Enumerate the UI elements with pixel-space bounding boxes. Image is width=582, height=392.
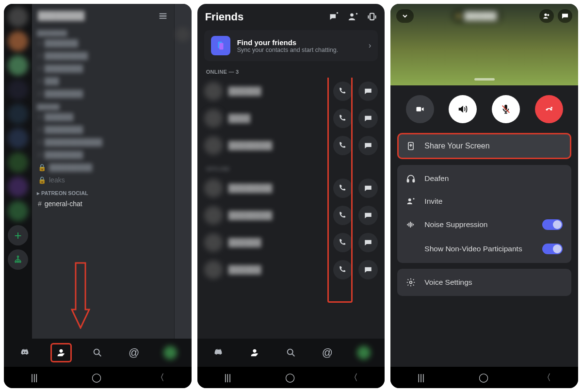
channel-category[interactable]: ██████: [37, 100, 169, 111]
android-recent-icon[interactable]: |||: [418, 373, 424, 383]
channel-category[interactable]: ████████: [37, 26, 169, 37]
svg-point-5: [351, 14, 354, 17]
avatar: [204, 233, 223, 252]
channel-item-locked[interactable]: 🔒 leaks: [37, 174, 169, 186]
nav-friends-icon[interactable]: [50, 343, 72, 362]
guild-item[interactable]: [8, 104, 28, 124]
channel-item[interactable]: #████████████: [37, 136, 169, 148]
share-screen-label: Share Your Screen: [424, 142, 489, 150]
message-button[interactable]: [358, 82, 378, 101]
friend-row[interactable]: ██████: [197, 256, 385, 283]
hamburger-icon[interactable]: [158, 11, 168, 21]
call-button[interactable]: [333, 233, 353, 252]
members-icon[interactable]: [539, 9, 554, 23]
channel-item[interactable]: #██████: [37, 111, 169, 123]
invite-button[interactable]: Invite: [397, 190, 571, 212]
message-button[interactable]: [358, 136, 378, 155]
guild-item[interactable]: [8, 80, 28, 100]
call-button[interactable]: [333, 136, 353, 155]
message-button[interactable]: [358, 179, 378, 198]
guild-item[interactable]: [8, 177, 28, 197]
channel-item[interactable]: #███████: [37, 37, 169, 49]
svg-point-3: [19, 261, 21, 262]
friend-row[interactable]: ██████: [197, 78, 385, 105]
call-button[interactable]: [333, 206, 353, 225]
message-button[interactable]: [358, 260, 378, 279]
nav-mentions-icon[interactable]: @: [317, 343, 338, 362]
find-friends-card[interactable]: Find your friends Sync your contacts and…: [204, 30, 378, 61]
channel-item-locked[interactable]: 🔒 █████████: [37, 161, 169, 174]
svg-point-1: [15, 261, 16, 262]
android-home-icon[interactable]: ◯: [479, 372, 488, 383]
nav-search-icon[interactable]: [87, 343, 108, 362]
channel-item[interactable]: #████████: [37, 123, 169, 136]
channel-item[interactable]: # general-chat: [37, 197, 169, 210]
guild-item[interactable]: [8, 201, 28, 221]
add-friend-icon[interactable]: [348, 12, 358, 22]
call-button[interactable]: [333, 82, 353, 101]
hangup-button[interactable]: [535, 95, 563, 123]
message-button[interactable]: [358, 109, 378, 128]
avatar: [204, 136, 223, 155]
nav-mentions-icon[interactable]: @: [123, 343, 145, 362]
add-server-button[interactable]: +: [8, 225, 28, 245]
noise-toggle[interactable]: [542, 219, 563, 230]
voice-settings-button[interactable]: Voice Settings: [397, 271, 571, 294]
call-button[interactable]: [333, 260, 353, 279]
channel-item[interactable]: #████████: [37, 148, 169, 161]
video-button[interactable]: [406, 95, 434, 123]
noise-suppression-row[interactable]: Noise Suppression: [397, 212, 571, 237]
pinned-avatar[interactable]: [176, 27, 190, 42]
share-screen-button[interactable]: Share Your Screen: [397, 133, 571, 159]
guild-item[interactable]: [8, 128, 28, 148]
android-back-icon[interactable]: 〈: [349, 372, 358, 383]
friend-row[interactable]: ██████: [197, 229, 385, 256]
drag-handle[interactable]: [474, 78, 495, 81]
nonvideo-row[interactable]: Show Non-Video Participants: [397, 237, 571, 261]
nav-discord-icon[interactable]: [14, 343, 35, 362]
mute-button[interactable]: [492, 95, 520, 123]
call-button[interactable]: [333, 179, 353, 198]
gear-icon: [406, 278, 416, 287]
nav-avatar[interactable]: [160, 343, 181, 362]
avatar: [204, 179, 223, 197]
discover-button[interactable]: [8, 249, 28, 270]
nav-friends-icon[interactable]: [244, 343, 265, 362]
nonvideo-toggle[interactable]: [542, 244, 563, 254]
android-home-icon[interactable]: ◯: [92, 372, 101, 383]
screenshot-panel-2: Friends Find your friends Sync your cont…: [197, 4, 385, 388]
guild-item[interactable]: [8, 55, 28, 76]
guild-item[interactable]: [8, 152, 28, 173]
android-back-icon[interactable]: 〈: [542, 372, 551, 383]
minimize-button[interactable]: [396, 9, 414, 23]
avatar: [204, 206, 223, 225]
channel-item[interactable]: #███: [37, 75, 169, 87]
call-button[interactable]: [333, 109, 353, 128]
friend-row[interactable]: ████████: [197, 132, 385, 159]
friend-row[interactable]: ████████: [197, 202, 385, 229]
channel-item[interactable]: #█████████: [37, 49, 169, 62]
deafen-button[interactable]: Deafen: [397, 167, 571, 190]
nonvideo-label: Show Non-Video Participants: [424, 245, 522, 253]
message-button[interactable]: [358, 233, 378, 252]
chat-icon[interactable]: [558, 9, 572, 23]
android-home-icon[interactable]: ◯: [285, 372, 295, 383]
friend-row[interactable]: ████████: [197, 175, 385, 202]
nav-discord-icon[interactable]: [208, 343, 229, 362]
guild-item[interactable]: [8, 7, 28, 27]
channel-item[interactable]: #████████: [37, 87, 169, 100]
speaker-button[interactable]: [449, 95, 477, 123]
message-button[interactable]: [358, 206, 378, 225]
nav-avatar[interactable]: [353, 343, 374, 362]
channel-item[interactable]: #████████: [37, 62, 169, 75]
guild-item[interactable]: [8, 31, 28, 51]
new-group-dm-icon[interactable]: [367, 12, 377, 22]
new-message-icon[interactable]: [328, 12, 339, 22]
friend-row[interactable]: ████: [197, 105, 385, 132]
android-recent-icon[interactable]: |||: [31, 373, 38, 383]
server-name[interactable]: ████████: [38, 11, 84, 21]
android-recent-icon[interactable]: |||: [224, 373, 231, 383]
channel-category[interactable]: ▸ PATREON SOCIAL: [37, 186, 169, 197]
nav-search-icon[interactable]: [280, 343, 302, 362]
android-back-icon[interactable]: 〈: [156, 372, 164, 383]
